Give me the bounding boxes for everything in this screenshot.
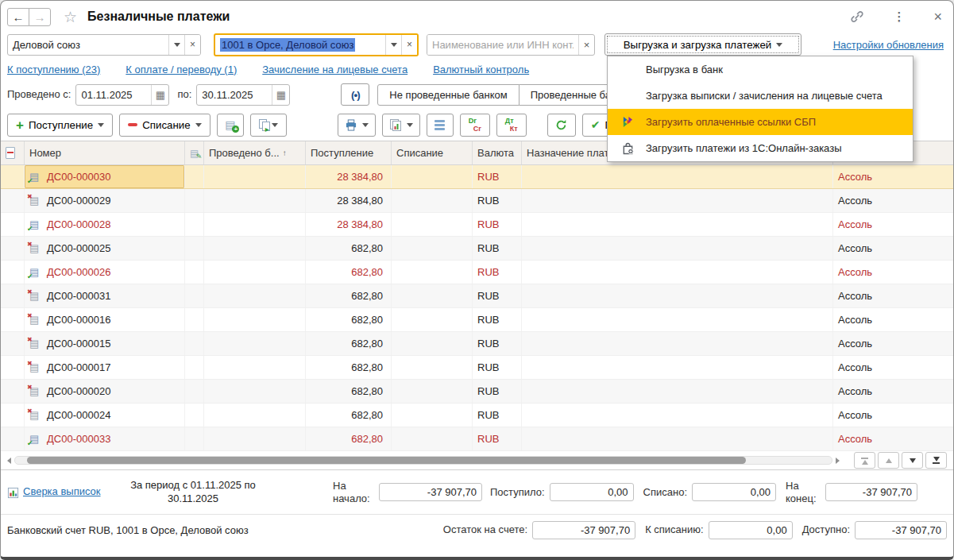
cell-currency: RUB: [473, 427, 522, 450]
tab-currency-control[interactable]: Валютный контроль: [433, 64, 529, 75]
cell-posted-bank: [204, 189, 306, 212]
scrollbar-thumb[interactable]: [27, 457, 746, 464]
document-unposted-icon: ▤✖: [29, 361, 42, 374]
cell-posted-bank: [204, 213, 306, 236]
table-row[interactable]: ▤✖ДС00-00002928 384,80RUBАссоль: [1, 189, 953, 213]
account-dropdown-button[interactable]: [385, 35, 401, 55]
go-prev-row-button[interactable]: [878, 452, 899, 469]
table-row[interactable]: ▤✖ДС00-000017682,80RUBАссоль: [1, 356, 953, 380]
choose-period-button[interactable]: (•): [341, 83, 369, 106]
cell-writeoff: [392, 213, 473, 236]
report-pages-icon: [389, 118, 402, 131]
get-link-icon[interactable]: [850, 10, 864, 24]
organization-filter[interactable]: Деловой союз ×: [7, 34, 201, 56]
opening-balance-value: -37 907,70: [427, 486, 477, 498]
document-unposted-icon: ▤✖: [29, 385, 42, 398]
organization-filter-value: Деловой союз: [8, 35, 168, 55]
table-row[interactable]: ▤✖ДС00-000024682,80RUBАссоль: [1, 404, 953, 427]
to-writeoff-value: 0,00: [767, 524, 786, 536]
update-settings-link[interactable]: Настройки обновления: [833, 39, 944, 51]
register-list-icon: [435, 118, 445, 132]
table-row[interactable]: ▤✖ДС00-000015682,80RUBАссоль: [1, 332, 953, 356]
export-import-payments-button[interactable]: Выгрузка и загрузка платежей: [604, 33, 801, 56]
tab-outgoing[interactable]: К оплате / переводу (1): [126, 64, 237, 75]
filter-posted-by-bank-button[interactable]: Проведенные ба: [519, 84, 614, 106]
reconciliation-link[interactable]: Сверка выписок: [23, 485, 75, 498]
go-next-row-button[interactable]: [902, 452, 923, 469]
cell-currency: RUB: [473, 165, 522, 188]
tab-incoming[interactable]: К поступлению (23): [7, 64, 100, 75]
column-currency[interactable]: Валюта: [473, 141, 522, 164]
organization-clear-button[interactable]: ×: [184, 35, 200, 55]
column-status[interactable]: [1, 141, 25, 164]
column-writeoff[interactable]: Списание: [392, 141, 473, 164]
received-field: 0,00: [550, 483, 634, 501]
table-row[interactable]: ▤✖ДС00-000025682,80RUBАссоль: [1, 237, 953, 261]
print-button[interactable]: [338, 114, 376, 137]
menu-item-export-to-bank[interactable]: Выгрузка в банк: [608, 56, 913, 83]
more-menu-icon[interactable]: ⋮: [893, 10, 905, 24]
scroll-left-icon[interactable]: [7, 458, 11, 464]
copy-document-button[interactable]: ▸: [250, 114, 287, 137]
favorite-star-icon[interactable]: ☆: [64, 10, 77, 25]
account-filter[interactable]: 1001 в Opce, Деловой союз ×: [214, 33, 419, 56]
document-number: ДС00-000030: [47, 171, 110, 183]
search-clear-button[interactable]: ×: [578, 35, 594, 55]
writtenoff-field: 0,00: [692, 483, 776, 501]
account-clear-button[interactable]: ×: [401, 35, 417, 55]
add-receipt-button[interactable]: + Поступление: [7, 114, 113, 137]
dtkt-button[interactable]: ДтКт: [496, 114, 527, 137]
create-document-button[interactable]: ▤+: [217, 114, 244, 137]
menu-item-label: Загрузить оплаченные ссылки СБП: [646, 116, 816, 128]
calendar-icon[interactable]: ▦: [272, 85, 289, 105]
cell-posted-bank: [204, 261, 306, 284]
document-unposted-icon: ▤✖: [29, 195, 42, 207]
table-row[interactable]: ▤✔ДС00-000026682,80RUBАссоль: [1, 261, 953, 284]
table-row[interactable]: ▤✖ДС00-000016682,80RUBАссоль: [1, 308, 953, 332]
date-from-field[interactable]: 01.11.2025 ▦: [75, 84, 169, 106]
date-to-field[interactable]: 30.11.2025 ▦: [196, 84, 290, 106]
register-list-button[interactable]: [427, 114, 454, 137]
filter-unposted-by-bank-button[interactable]: Не проведенные банком: [377, 84, 519, 106]
tab-personal-accounts[interactable]: Зачисление на лицевые счета: [262, 64, 407, 75]
drcr-button[interactable]: DrCr: [460, 114, 490, 137]
refresh-button[interactable]: [547, 114, 576, 137]
forward-button[interactable]: →: [29, 8, 51, 26]
cell-edit-marker: [185, 332, 204, 355]
horizontal-scrollbar[interactable]: [14, 456, 832, 465]
table-row[interactable]: ▤✔ДС00-000033682,80RUBАссоль: [1, 427, 953, 451]
add-writeoff-button[interactable]: Списание: [119, 114, 210, 137]
window-controls: ⋮ ×: [850, 10, 942, 24]
menu-item-label: Выгрузка в банк: [646, 64, 723, 75]
table-row[interactable]: ▤✖ДС00-000020682,80RUBАссоль: [1, 380, 953, 404]
go-first-row-button[interactable]: [854, 452, 875, 469]
reports-button[interactable]: [382, 114, 420, 137]
cell-number: ▤✖ДС00-000017: [25, 356, 185, 379]
counterparty-search-input[interactable]: [427, 35, 578, 55]
cell-posted-bank: [204, 308, 306, 331]
menu-item-load-statement[interactable]: Загрузка выписки / зачисления на лицевые…: [608, 83, 913, 109]
column-number[interactable]: Номер: [25, 141, 185, 164]
menu-item-load-sbp-links[interactable]: Загрузить оплаченные ссылки СБП: [608, 109, 913, 135]
column-posted-bank[interactable]: Проведено б...↑: [204, 141, 306, 164]
cell-currency: RUB: [473, 237, 522, 260]
close-icon[interactable]: ×: [933, 10, 942, 24]
go-last-row-button[interactable]: [925, 452, 947, 469]
document-posted-icon: ▤✔: [29, 218, 42, 231]
cell-status: [1, 261, 25, 284]
column-receipt[interactable]: Поступление: [306, 141, 392, 164]
table-row[interactable]: ▤✖ДС00-000031682,80RUBАссоль: [1, 284, 953, 308]
online-orders-bag-icon: [622, 142, 646, 155]
column-edit-marker[interactable]: ▤✎: [185, 141, 204, 164]
back-button[interactable]: ←: [7, 8, 29, 26]
cell-status: [1, 427, 25, 450]
scroll-right-icon[interactable]: [836, 458, 840, 464]
bank-account-text: Банковский счет RUB, 1001 в Opce, Делово…: [7, 524, 249, 536]
calendar-icon[interactable]: ▦: [151, 85, 168, 105]
cell-purpose: [522, 308, 833, 331]
menu-item-load-online-orders[interactable]: Загрузить платежи из 1С:Онлайн-заказы: [608, 135, 913, 161]
organization-dropdown-button[interactable]: [168, 35, 184, 55]
table-row[interactable]: ▤✔ДС00-00002828 384,80RUBАссоль: [1, 213, 953, 237]
cell-counterparty: Ассоль: [833, 213, 953, 236]
table-row[interactable]: ▤✔ДС00-00003028 384,80RUBАссоль: [1, 165, 953, 189]
